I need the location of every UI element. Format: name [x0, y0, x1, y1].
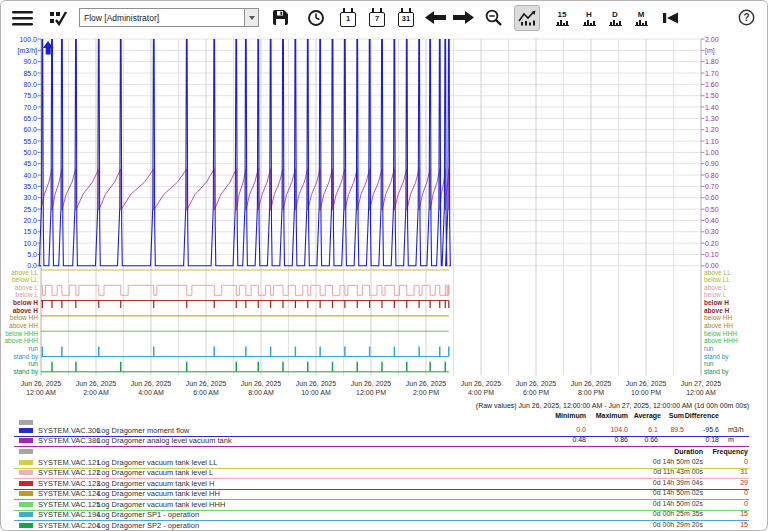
- x-axis-label: Jun 26, 20258:00 AM: [233, 379, 289, 397]
- legend-row[interactable]: SYSTEM.VAC.380Log Dragomeranalog level v…: [1, 436, 768, 447]
- series-logger: Log Dragomer: [97, 426, 145, 435]
- x-axis-label: Jun 27, 202512:00 AM: [673, 379, 729, 397]
- legend-row[interactable]: SYSTEM.VAC.300Log Dragomermoment flow0.0…: [1, 426, 768, 437]
- x-axis-label: Jun 26, 202510:00 AM: [288, 379, 344, 397]
- x-axis-label: Jun 26, 202510:00 PM: [618, 379, 674, 397]
- series-color-swatch: [19, 512, 33, 517]
- series-color-swatch: [19, 523, 33, 528]
- track-label-bottom-right: below LL: [704, 276, 730, 283]
- track-label-top: below H: [2, 299, 38, 306]
- track-label-bottom-right: below L: [704, 291, 726, 298]
- x-axis-time: 12:00 PM: [343, 388, 399, 397]
- series-tag: SYSTEM.VAC.124: [38, 489, 100, 498]
- right-axis-tick: 0.50: [705, 206, 745, 213]
- track-label-bottom: stand by: [2, 368, 38, 375]
- track-label-bottom: above H: [2, 307, 38, 314]
- track-label-bottom-right: above H: [704, 307, 729, 314]
- x-axis-time: 12:00 AM: [673, 388, 729, 397]
- legend-row[interactable]: SYSTEM.VAC.124Log Dragomervacuum tank le…: [1, 489, 768, 500]
- stat-frequency: 29: [708, 479, 748, 486]
- right-axis-tick: 1.20: [705, 126, 745, 133]
- track-label-bottom: stand by: [2, 353, 38, 360]
- x-axis-date: Jun 26, 2025: [288, 379, 344, 388]
- right-axis-tick: 1.10: [705, 138, 745, 145]
- left-axis-tick: 35.0: [4, 183, 37, 190]
- legend-row[interactable]: SYSTEM.VAC.122Log Dragomervacuum tank le…: [1, 468, 768, 479]
- series-color-swatch: [19, 438, 33, 443]
- trend-viewer-window: Flow [Administrator] 1 7 31: [0, 0, 768, 531]
- stat-max: 0.86: [590, 436, 628, 443]
- series-description: SP2 - operation: [147, 521, 199, 530]
- right-axis-tick: 1.70: [705, 70, 745, 77]
- left-axis-tick: 100.0: [4, 36, 37, 43]
- x-axis-time: 8:00 AM: [233, 388, 289, 397]
- stat-duration: 0d 00h 25m 35s: [613, 510, 703, 517]
- right-axis-tick: 0.90: [705, 160, 745, 167]
- left-axis-tick: 20.0: [4, 217, 37, 224]
- legend-row[interactable]: SYSTEM.VAC.123Log Dragomervacuum tank le…: [1, 479, 768, 490]
- stat-duration: 0d 14h 50m 02s: [613, 500, 703, 507]
- right-axis-tick: 0.80: [705, 172, 745, 179]
- x-axis-date: Jun 26, 2025: [563, 379, 619, 388]
- legend-row[interactable]: SYSTEM.VAC.121Log Dragomervacuum tank le…: [1, 458, 768, 469]
- legend-row[interactable]: SYSTEM.VAC.194Log DragomerSP1 - operatio…: [1, 510, 768, 521]
- stat-unit: m3/h: [728, 426, 744, 433]
- stat-diff: 0.18: [685, 436, 719, 443]
- track-label-top-right: above L: [704, 284, 727, 291]
- x-axis-label: Jun 26, 20254:00 PM: [453, 379, 509, 397]
- stat-frequency: 0: [708, 500, 748, 507]
- track-label-top: run: [2, 360, 38, 367]
- track-label-top: above L: [2, 284, 38, 291]
- track-label-bottom: below L: [2, 291, 38, 298]
- track-label-top-right: below HHH: [704, 330, 737, 337]
- x-axis-date: Jun 26, 2025: [233, 379, 289, 388]
- series-logger: Log Dragomer: [97, 436, 145, 445]
- x-axis-date: Jun 26, 2025: [68, 379, 124, 388]
- track-label-top-right: run: [704, 345, 713, 352]
- series-logger: Log Dragomer: [97, 468, 145, 477]
- x-axis-time: 8:00 PM: [563, 388, 619, 397]
- stat-min: 0.0: [531, 426, 586, 433]
- series-color-swatch: [19, 491, 33, 496]
- x-axis-time: 6:00 AM: [178, 388, 234, 397]
- x-axis-date: Jun 26, 2025: [343, 379, 399, 388]
- x-axis-label: Jun 26, 20254:00 AM: [123, 379, 179, 397]
- stat-max: 104.0: [590, 426, 628, 433]
- left-axis-tick: 55.0: [4, 138, 37, 145]
- stat-duration: 0d 14h 50m 02s: [613, 489, 703, 496]
- x-axis-time: 4:00 AM: [123, 388, 179, 397]
- right-axis-tick: 0.60: [705, 194, 745, 201]
- legend-row[interactable]: SYSTEM.VAC.204Log DragomerSP2 - operatio…: [1, 521, 768, 531]
- track-label-bottom: above HH: [2, 322, 38, 329]
- left-axis-tick: 90.0: [4, 58, 37, 65]
- series-logger: Log Dragomer: [97, 521, 145, 530]
- right-axis-tick: [m]: [705, 47, 745, 54]
- x-axis-time: 6:00 PM: [508, 388, 564, 397]
- series-tag: SYSTEM.VAC.123: [38, 479, 100, 488]
- left-axis-tick: 65.0: [4, 115, 37, 122]
- stat-duration: 0d 00h 29m 20s: [613, 521, 703, 528]
- x-axis-date: Jun 26, 2025: [13, 379, 69, 388]
- series-description: vacuum tank level LL: [147, 458, 217, 467]
- x-axis-date: Jun 26, 2025: [178, 379, 234, 388]
- legend-row[interactable]: SYSTEM.VAC.125Log Dragomervacuum tank le…: [1, 500, 768, 511]
- left-axis-tick: 70.0: [4, 104, 37, 111]
- stat-duration: 0d 14h 39m 04s: [613, 479, 703, 486]
- stat-frequency: 0: [708, 458, 748, 465]
- left-axis-tick: 5.0: [4, 251, 37, 258]
- x-axis-time: 4:00 PM: [453, 388, 509, 397]
- left-axis-tick: [m3/h]: [4, 47, 37, 54]
- track-label-top: below HHH: [2, 330, 38, 337]
- track-label-top-right: below HH: [704, 314, 732, 321]
- stat-diff: -95.6: [685, 426, 719, 433]
- x-axis-date: Jun 26, 2025: [123, 379, 179, 388]
- x-axis-label: Jun 26, 20256:00 AM: [178, 379, 234, 397]
- series-tag: SYSTEM.VAC.204: [38, 521, 100, 530]
- series-tag: SYSTEM.VAC.380: [38, 436, 100, 445]
- legend-group-row: [1, 447, 768, 458]
- group-swatch: [19, 449, 33, 454]
- series-description: vacuum tank level H: [147, 479, 215, 488]
- x-axis-date: Jun 26, 2025: [398, 379, 454, 388]
- right-axis-tick: 0.70: [705, 183, 745, 190]
- track-label-top: run: [2, 345, 38, 352]
